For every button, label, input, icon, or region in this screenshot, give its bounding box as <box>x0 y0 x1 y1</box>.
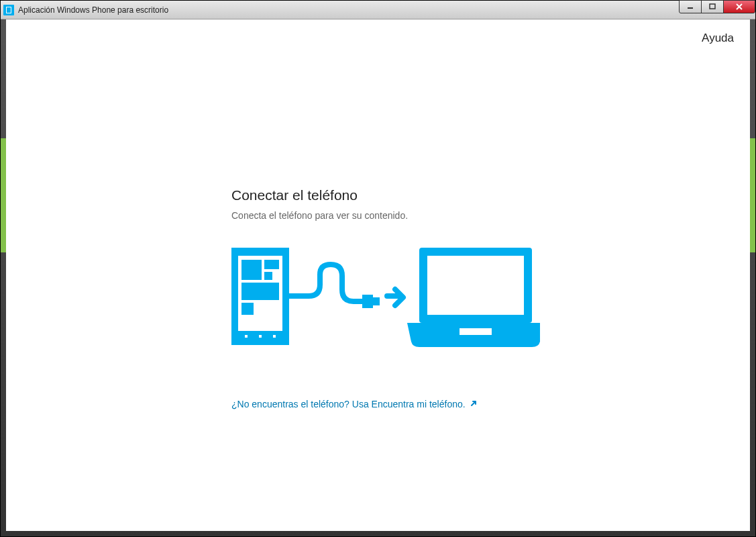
svg-rect-9 <box>245 335 248 338</box>
minimize-button[interactable] <box>679 0 702 13</box>
titlebar[interactable]: Aplicación Windows Phone para escritorio <box>1 1 755 19</box>
client-area: Ayuda Conectar el teléfono Conecta el te… <box>6 19 750 531</box>
find-my-phone-text: ¿No encuentras el teléfono? Usa Encuentr… <box>231 399 466 409</box>
maximize-button[interactable] <box>701 0 724 13</box>
svg-rect-11 <box>273 335 276 338</box>
svg-rect-7 <box>241 283 279 300</box>
svg-rect-13 <box>373 297 380 305</box>
window-controls <box>680 0 755 13</box>
external-link-icon <box>470 399 478 409</box>
page-subtitle: Conecta el teléfono para ver su contenid… <box>231 210 553 221</box>
find-my-phone-link[interactable]: ¿No encuentras el teléfono? Usa Encuentr… <box>231 399 478 409</box>
svg-rect-10 <box>259 335 262 338</box>
svg-rect-16 <box>460 328 492 335</box>
laptop-icon <box>407 248 540 347</box>
phone-icon <box>231 248 289 345</box>
arrow-icon <box>387 289 403 305</box>
close-button[interactable] <box>723 0 755 13</box>
page-title: Conectar el teléfono <box>231 187 553 203</box>
help-link[interactable]: Ayuda <box>702 32 734 45</box>
svg-rect-15 <box>427 256 524 315</box>
window-frame: Aplicación Windows Phone para escritorio… <box>0 0 756 537</box>
background-accent <box>1 138 6 252</box>
background-accent <box>750 138 755 252</box>
svg-rect-12 <box>362 295 373 308</box>
svg-rect-6 <box>264 272 272 280</box>
svg-rect-4 <box>241 260 262 280</box>
connect-phone-illustration <box>231 248 553 351</box>
svg-rect-5 <box>264 260 279 269</box>
app-icon <box>3 5 14 15</box>
window-title: Aplicación Windows Phone para escritorio <box>18 5 168 15</box>
svg-rect-8 <box>241 303 254 315</box>
main-content: Conectar el teléfono Conecta el teléfono… <box>231 187 553 410</box>
svg-rect-1 <box>710 4 715 9</box>
cable-icon <box>289 264 380 308</box>
